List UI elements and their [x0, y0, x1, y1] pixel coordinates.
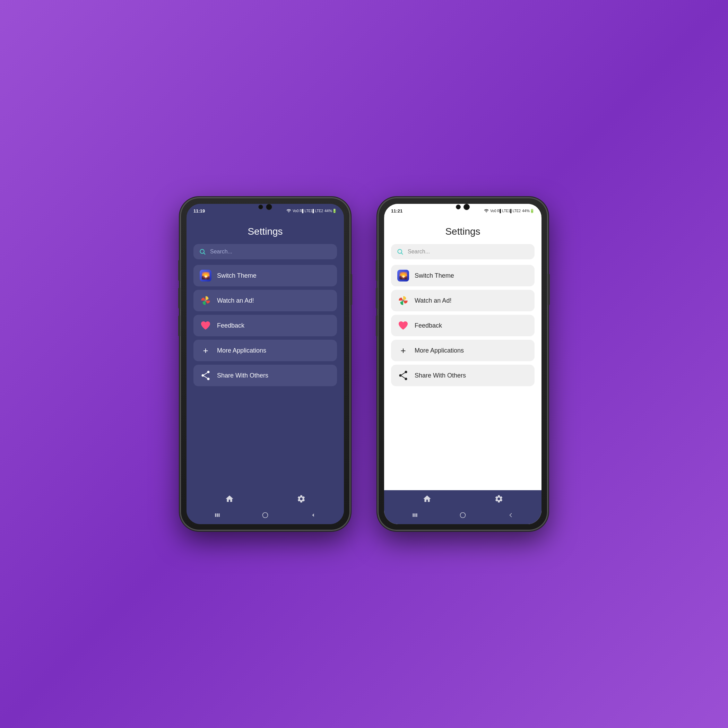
status-icons-light: Vo0 R▌LTE1▌LTE2 44%🔋 — [484, 208, 535, 213]
bottom-nav-dark — [187, 490, 344, 508]
menu-item-switch-theme-light[interactable]: Switch Theme — [391, 265, 535, 286]
heart-svg-dark — [200, 321, 211, 330]
back-icon-dark — [310, 512, 317, 518]
recents-icon-light — [411, 512, 418, 518]
feedback-label-dark: Feedback — [217, 322, 245, 329]
home-btn-light[interactable] — [459, 511, 467, 519]
menu-item-share-dark[interactable]: Share With Others — [193, 365, 337, 386]
settings-nav-dark[interactable] — [297, 494, 306, 503]
page-title-light: Settings — [384, 216, 541, 244]
circle-icon-dark — [262, 512, 269, 518]
dark-phone: 11:19 Vo0 R▌LTE1▌LTE2 44%🔋 Settings Sear… — [180, 197, 350, 531]
main-camera-light — [463, 204, 470, 210]
home-nav-dark[interactable] — [225, 494, 234, 503]
recents-icon-dark — [214, 512, 221, 518]
search-placeholder-light: Search... — [408, 249, 430, 255]
svg-rect-9 — [217, 514, 218, 517]
home-btn-dark[interactable] — [261, 511, 269, 519]
menu-list-dark: Switch Theme Watch an Ad! — [187, 265, 344, 490]
svg-line-18 — [401, 373, 405, 375]
circle-icon-light — [459, 512, 466, 518]
phone-screen-dark: 11:19 Vo0 R▌LTE1▌LTE2 44%🔋 Settings Sear… — [187, 204, 344, 524]
svg-line-1 — [204, 253, 205, 254]
svg-point-16 — [399, 375, 402, 377]
switch-theme-label-light: Switch Theme — [414, 272, 454, 280]
search-icon-dark — [199, 248, 206, 255]
battery-dark: 44%🔋 — [324, 209, 337, 213]
svg-line-19 — [401, 376, 405, 379]
battery-light: 44%🔋 — [522, 209, 535, 213]
phone-screen-light: 11:21 Vo0 R▌LTE1▌LTE2 44%🔋 Settings Sear… — [384, 204, 541, 524]
svg-point-17 — [405, 378, 407, 380]
page-title-dark: Settings — [187, 216, 344, 244]
notch-area-light — [456, 204, 470, 210]
svg-point-3 — [207, 371, 210, 373]
share-svg-light — [399, 370, 408, 380]
pinwheel-svg-dark — [200, 295, 211, 306]
menu-item-more-apps-light[interactable]: + More Applications — [391, 340, 535, 361]
watch-ad-label-dark: Watch an Ad! — [217, 297, 254, 304]
signal-dark: Vo0 R▌LTE1▌LTE2 — [292, 209, 323, 213]
svg-point-2 — [205, 300, 206, 301]
menu-item-feedback-dark[interactable]: Feedback — [193, 315, 337, 336]
status-time-light: 11:21 — [391, 208, 402, 214]
search-bar-light[interactable]: Search... — [391, 244, 535, 259]
heart-icon-light — [397, 320, 409, 332]
menu-item-switch-theme-dark[interactable]: Switch Theme — [193, 265, 337, 286]
recents-btn-dark[interactable] — [213, 511, 222, 519]
watch-ad-label-light: Watch an Ad! — [414, 297, 451, 304]
back-btn-dark[interactable] — [309, 511, 317, 519]
android-nav-dark — [187, 508, 344, 524]
plus-icon-dark: + — [200, 344, 211, 356]
menu-item-watch-ad-light[interactable]: Watch an Ad! — [391, 290, 535, 311]
main-camera-dark — [266, 204, 272, 210]
theme-icon-dark — [200, 270, 211, 281]
search-bar-dark[interactable]: Search... — [193, 244, 337, 259]
svg-rect-10 — [219, 514, 219, 517]
share-icon-light — [397, 370, 409, 381]
svg-line-13 — [401, 253, 403, 254]
back-btn-light[interactable] — [506, 511, 515, 519]
gear-icon-dark — [297, 494, 306, 503]
more-apps-label-light: More Applications — [414, 347, 464, 354]
home-icon-light — [422, 494, 431, 503]
menu-item-more-apps-dark[interactable]: + More Applications — [193, 340, 337, 361]
feedback-label-light: Feedback — [414, 322, 442, 329]
front-camera-dark — [258, 205, 263, 210]
pinwheel-icon-dark — [200, 295, 211, 306]
wifi-icon-dark — [286, 208, 291, 213]
svg-rect-22 — [416, 514, 417, 517]
light-phone: 11:21 Vo0 R▌LTE1▌LTE2 44%🔋 Settings Sear… — [378, 197, 548, 531]
heart-icon-dark — [200, 320, 211, 332]
svg-point-11 — [263, 513, 268, 518]
menu-item-share-light[interactable]: Share With Others — [391, 365, 535, 386]
menu-list-light: Switch Theme Watch an Ad! — [384, 265, 541, 490]
pinwheel-svg-light — [397, 295, 409, 306]
menu-item-feedback-light[interactable]: Feedback — [391, 315, 535, 336]
gear-icon-light — [494, 494, 503, 503]
signal-light: Vo0 R▌LTE1▌LTE2 — [490, 209, 521, 213]
svg-point-23 — [460, 513, 466, 518]
share-label-light: Share With Others — [414, 372, 466, 379]
recents-btn-light[interactable] — [411, 511, 419, 519]
svg-rect-20 — [413, 514, 414, 517]
screen-content-dark: Settings Search... Switch Theme — [187, 216, 344, 490]
status-icons-dark: Vo0 R▌LTE1▌LTE2 44%🔋 — [286, 208, 337, 213]
plus-icon-light: + — [397, 344, 409, 356]
svg-line-7 — [204, 376, 207, 379]
svg-point-15 — [405, 371, 407, 373]
more-apps-label-dark: More Applications — [217, 347, 266, 354]
share-icon-dark — [200, 370, 211, 381]
notch-area-dark — [258, 204, 272, 210]
screen-content-light: Settings Search... Switch Theme — [384, 216, 541, 490]
svg-line-6 — [204, 373, 207, 375]
svg-point-5 — [207, 378, 210, 380]
home-icon-dark — [225, 494, 234, 503]
svg-rect-21 — [414, 514, 415, 517]
share-label-dark: Share With Others — [217, 372, 268, 379]
menu-item-watch-ad-dark[interactable]: Watch an Ad! — [193, 290, 337, 311]
android-nav-light — [384, 508, 541, 524]
home-nav-light[interactable] — [422, 494, 431, 503]
switch-theme-label-dark: Switch Theme — [217, 272, 257, 280]
settings-nav-light[interactable] — [494, 494, 503, 503]
